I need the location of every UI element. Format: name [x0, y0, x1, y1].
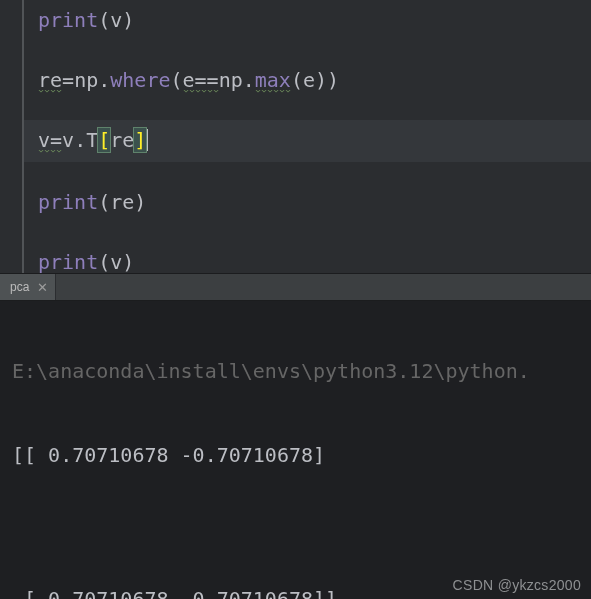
- blank-line: [24, 222, 591, 242]
- output-line: [12, 521, 579, 533]
- output-line: [[ 0.70710678 -0.70710678]: [12, 437, 579, 473]
- terminal-output[interactable]: E:\anaconda\install\envs\python3.12\pyth…: [0, 301, 591, 599]
- code-line-current[interactable]: v=v.T[re]: [24, 120, 591, 162]
- code-editor-pane: print(v) re=np.where(e==np.max(e)) v=v.T…: [0, 0, 591, 273]
- bracket-highlight-close: ]: [134, 128, 146, 152]
- code-area[interactable]: print(v) re=np.where(e==np.max(e)) v=v.T…: [24, 0, 591, 273]
- terminal-tab-bar: pca ✕: [0, 273, 591, 301]
- blank-line: [24, 100, 591, 120]
- terminal-pane: pca ✕ E:\anaconda\install\envs\python3.1…: [0, 273, 591, 599]
- code-line[interactable]: re=np.where(e==np.max(e)): [24, 60, 591, 100]
- terminal-path-line: E:\anaconda\install\envs\python3.12\pyth…: [12, 353, 579, 389]
- blank-line: [24, 40, 591, 60]
- close-icon[interactable]: ✕: [35, 280, 49, 294]
- watermark: CSDN @ykzcs2000: [453, 577, 581, 593]
- bracket-highlight-open: [: [98, 128, 110, 152]
- terminal-tab-pca[interactable]: pca ✕: [0, 274, 56, 300]
- text-caret: [146, 129, 148, 151]
- blank-line: [24, 162, 591, 182]
- code-line[interactable]: print(v): [24, 0, 591, 40]
- editor-gutter: [0, 0, 24, 273]
- fn-call: print: [38, 8, 98, 32]
- tab-label: pca: [10, 280, 29, 294]
- code-line[interactable]: print(re): [24, 182, 591, 222]
